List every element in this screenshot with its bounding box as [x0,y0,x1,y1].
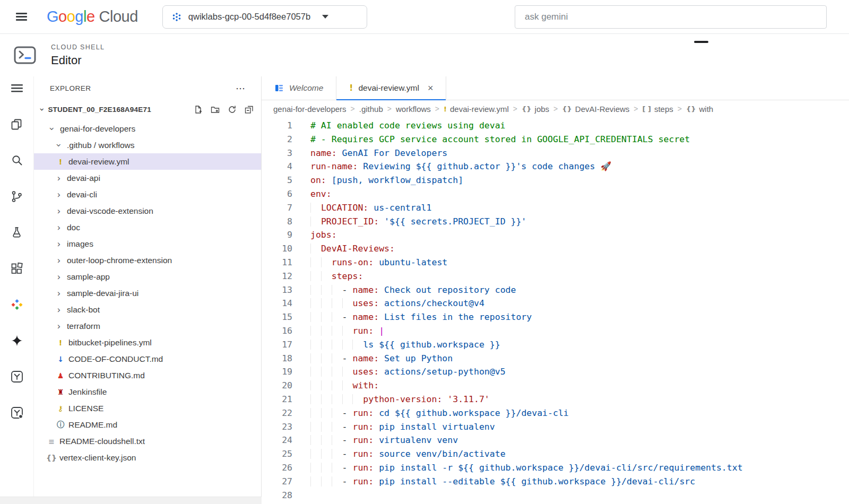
breadcrumb-item[interactable]: {}jobs [522,105,549,114]
collapsed-panel-handle[interactable] [694,41,708,43]
tree-item[interactable]: ♟CONTRIBUTING.md [34,367,261,384]
code-line[interactable]: 10 DevAI-Reviews: [262,242,849,256]
tree-item[interactable]: ›devai-cli [34,186,261,203]
search-icon[interactable] [5,149,29,172]
warning-icon: ! [349,83,353,93]
code-line[interactable]: 16 run: | [262,324,849,338]
explorer-title: EXPLORER [50,84,91,92]
tree-item[interactable]: ›sample-devai-jira-ui [34,285,261,301]
code-line[interactable]: 18 - name: Set up Python [262,352,849,366]
y-square-dot-icon[interactable] [5,401,29,424]
y-square-icon[interactable] [5,365,29,388]
tree-item[interactable]: ⚷LICENSE [34,400,261,416]
logo-letter: G [47,8,58,25]
code-line[interactable]: 2# - Requires GCP service account stored… [262,133,849,146]
tree-item[interactable]: ›genai-for-developers [34,120,261,137]
code-line[interactable]: 8 PROJECT_ID: '${{ secrets.PROJECT_ID }}… [262,215,849,229]
code-line[interactable]: 23 - run: pip install virtualenv [262,420,849,434]
breadcrumb-item[interactable]: .github [359,105,383,114]
extensions-icon[interactable] [5,257,29,280]
activity-menu-icon[interactable] [5,76,29,100]
workspace-row[interactable]: › STUDENT_00_F2E168A94E71 [34,100,261,118]
breadcrumb-separator: > [513,105,517,113]
source-control-icon[interactable] [5,185,29,208]
tree-item-label: README.md [68,420,117,430]
code-line[interactable]: 13 - name: Check out repository code [262,283,849,297]
ask-gemini-input[interactable] [515,5,827,29]
code-line[interactable]: 11 runs-on: ubuntu-latest [262,256,849,270]
code-line[interactable]: 4run-name: Reviewing ${{ github.actor }}… [262,160,849,173]
new-folder-icon[interactable] [211,105,220,114]
tree-item[interactable]: ⓘREADME.md [34,416,261,433]
tree-item[interactable]: ›terraform [34,318,261,334]
tree-item[interactable]: ›doc [34,219,261,236]
tree-item[interactable]: ›outer-loop-chrome-extension [34,252,261,268]
code-text: uses: actions/setup-python@v5 [292,365,506,379]
collapse-all-icon[interactable] [245,105,254,114]
tree-item-label: .github / workflows [67,141,135,150]
breadcrumb-item[interactable]: workflows [396,105,431,114]
code-line[interactable]: 15 - name: List files in the repository [262,310,849,324]
code-line[interactable]: 12 steps: [262,270,849,283]
line-number: 3 [262,146,292,160]
tab-devai-review[interactable]: ! devai-review.yml × [336,76,446,100]
breadcrumb-item[interactable]: {}DevAI-Reviews [562,105,629,114]
code-line[interactable]: 21 python-version: '3.11.7' [262,393,849,406]
tree-item[interactable]: ›sample-app [34,268,261,285]
tab-welcome[interactable]: Welcome [262,76,336,100]
breadcrumb-label: jobs [535,105,550,114]
line-number: 5 [262,173,292,187]
code-text: on: [push, workflow_dispatch] [292,173,463,187]
code-line[interactable]: 19 uses: actions/setup-python@v5 [262,365,849,379]
code-line[interactable]: 3name: GenAI For Developers [262,146,849,160]
explorer-files-icon[interactable] [5,112,29,136]
code-line[interactable]: 5on: [push, workflow_dispatch] [262,173,849,187]
more-actions-icon[interactable]: ⋯ [236,86,246,91]
tree-item[interactable]: ≡README-cloudshell.txt [34,433,261,449]
cloud-code-icon[interactable] [5,293,29,316]
explorer-tree: ›genai-for-developers›.github / workflow… [34,118,261,503]
breadcrumb-item[interactable]: genai-for-developers [273,105,346,114]
tree-item[interactable]: ›.github / workflows [34,137,261,153]
tree-item[interactable]: !devai-review.yml [34,153,261,170]
tree-item[interactable]: ♜Jenkinsfile [34,384,261,400]
code-line[interactable]: 20 with: [262,379,849,393]
tree-item[interactable]: ›images [34,236,261,252]
nav-menu-icon[interactable] [8,11,34,23]
project-selector[interactable]: qwiklabs-gcp-00-5d4f8ee7057b [162,5,367,29]
code-line[interactable]: 28 [262,489,849,502]
tree-item-label: vertex-client-key.json [59,453,136,463]
code-text: - run: cd ${{ github.workspace }}/devai-… [292,406,569,420]
sidebar-horizontal-scrollbar[interactable] [0,497,262,504]
tree-item[interactable]: ›devai-api [34,170,261,186]
code-line[interactable]: 1# AI enabled code reviews using devai [262,119,849,133]
jenkins-icon: ♜ [56,388,65,396]
tree-item[interactable]: ↓CODE-OF-CONDUCT.md [34,351,261,367]
code-line[interactable]: 26 - run: pip install -r ${{ github.work… [262,461,849,475]
refresh-icon[interactable] [228,105,237,114]
tree-item[interactable]: ›devai-vscode-extension [34,203,261,219]
code-line[interactable]: 22 - run: cd ${{ github.workspace }}/dev… [262,406,849,420]
tree-item[interactable]: !bitbucket-pipelines.yml [34,334,261,351]
code-line[interactable]: 27 - run: pip install --editable ${{ git… [262,475,849,489]
new-file-icon[interactable] [194,105,203,114]
code-line[interactable]: 24 - run: virtualenv venv [262,433,849,447]
breadcrumb-item[interactable]: {}with [686,105,713,114]
tree-item[interactable]: ›slack-bot [34,301,261,318]
code-line[interactable]: 25 - run: source venv/bin/activate [262,447,849,461]
tree-item-label: genai-for-developers [60,124,135,134]
breadcrumb-item[interactable]: !devai-review.yml [444,105,509,114]
line-number: 12 [262,270,292,283]
code-line[interactable]: 9jobs: [262,228,849,242]
gemini-sparkle-icon[interactable] [5,329,29,352]
test-flask-icon[interactable] [5,221,29,244]
tree-item[interactable]: {}vertex-client-key.json [34,449,261,466]
breadcrumb-item[interactable]: [ ]steps [643,105,673,114]
chevron-right-icon: › [55,189,63,200]
close-tab-icon[interactable]: × [428,83,434,94]
code-line[interactable]: 17 ls ${{ github.workspace }} [262,338,849,352]
code-line[interactable]: 14 uses: actions/checkout@v4 [262,297,849,310]
code-line[interactable]: 7 LOCATION: us-central1 [262,201,849,215]
logo-letter: o [67,8,75,25]
code-line[interactable]: 6env: [262,187,849,201]
